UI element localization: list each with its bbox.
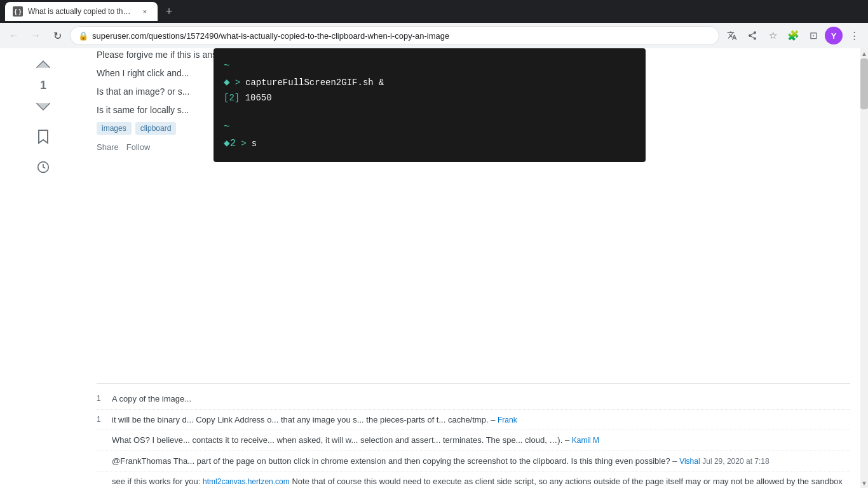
comment-1: 1 A copy of the image... [97,389,850,410]
terminal-arrow-1: > [235,76,240,90]
scroll-arrow-down[interactable]: ▼ [860,478,868,488]
bookmark-button[interactable]: ☆ [764,27,782,44]
terminal-tilde-1: ~ [224,58,635,75]
tab-title: What is actually copied to the c... [28,7,135,16]
comment-3-text: What OS? I believe... contacts it to rec… [112,434,850,447]
right-scrollbar[interactable]: ▲ ▼ [860,48,868,488]
main-content: Please forgive me if this is answered so… [86,48,860,488]
comment-5-text: see if this works for you: html2canvas.h… [112,475,850,488]
nav-actions: ☆ 🧩 ⊡ Y ⋮ [723,27,863,44]
tab-close-button[interactable]: × [140,6,150,17]
terminal-prompt-1: ◆ > captureFullScreen2GIF.sh & [224,75,635,92]
lock-icon: 🔒 [78,31,88,41]
terminal-tilde-2: ~ [224,119,635,136]
terminal-bracket: [2] [224,93,240,103]
comment-2-author[interactable]: Frank [498,416,517,424]
back-button[interactable]: ← [5,27,23,44]
page-content: 1 Please forgive me if this is answ [0,48,868,488]
terminal-pid: 10650 [245,93,272,103]
comment-5-link[interactable]: html2canvas.hertzen.com [203,477,290,486]
comment-4: @FrankThomas Tha... part of the page on … [97,451,850,472]
terminal-diamond-1: ◆ [224,75,230,92]
url-text: superuser.com/questions/1572490/what-is-… [92,31,711,41]
terminal-content: ~ ◆ > captureFullScreen2GIF.sh & [2] 106… [214,48,646,162]
comment-4-vote[interactable] [97,455,107,468]
terminal-output-1: [2] 10650 [224,91,635,105]
browser-titlebar: { } What is actually copied to the c... … [0,0,868,23]
comment-3-vote[interactable] [97,434,107,447]
share-browser-button[interactable] [743,27,761,44]
vote-down-button[interactable] [32,95,55,118]
browser-nav: ← → ↻ 🔒 superuser.com/questions/1572490/… [0,23,868,48]
bookmark-post-button[interactable] [32,125,55,148]
comments-section: 1 A copy of the image... 1 it will be th… [97,383,850,488]
translate-button[interactable] [723,27,741,44]
comment-4-timestamp: Jul 29, 2020 at 7:18 [702,457,769,466]
terminal-diamond-2: ◆2 [224,136,236,152]
scroll-arrow-up[interactable]: ▲ [860,48,868,58]
comment-1-text: A copy of the image... [112,393,850,405]
terminal-prompt-2: ◆2 > s [224,136,635,152]
terminal-spacer [97,159,850,376]
comment-4-author[interactable]: Vishal [679,457,700,466]
tab-bar: { } What is actually copied to the c... … [5,2,863,21]
active-tab[interactable]: { } What is actually copied to the c... … [5,2,158,21]
terminal-arrow-2: > [241,137,246,151]
forward-button[interactable]: → [27,27,44,44]
comment-1-vote[interactable]: 1 [97,393,107,405]
terminal-command-1: captureFullScreen2GIF.sh & [245,76,384,90]
left-sidebar: 1 [0,48,86,488]
address-bar[interactable]: 🔒 superuser.com/questions/1572490/what-i… [70,26,719,45]
comment-3-author[interactable]: Kamil M [572,436,599,445]
tab-favicon: { } [13,6,23,17]
terminal-command-2: s [252,137,257,151]
comment-3: What OS? I believe... contacts it to rec… [97,430,850,451]
vote-controls: 1 [32,53,55,179]
new-tab-button[interactable]: + [160,3,178,20]
vote-count: 1 [40,79,46,92]
vote-up-button[interactable] [32,53,55,76]
comment-5-vote[interactable] [97,475,107,488]
scroll-thumb[interactable] [860,58,868,109]
tag-clipboard[interactable]: clipboard [135,122,177,135]
extensions-button[interactable]: 🧩 [784,27,802,44]
menu-button[interactable]: ⋮ [845,27,863,44]
comment-2-text: it will be the binary d... Copy Link Add… [112,414,850,426]
terminal-overlay: ~ ◆ > captureFullScreen2GIF.sh & [2] 106… [214,48,646,162]
comment-2-vote[interactable]: 1 [97,414,107,426]
comment-4-text: @FrankThomas Tha... part of the page on … [112,455,850,468]
tag-images[interactable]: images [97,122,132,135]
comment-2: 1 it will be the binary d... Copy Link A… [97,410,850,431]
share-link[interactable]: Share [97,142,119,152]
post-history-button[interactable] [32,156,55,179]
follow-link[interactable]: Follow [126,142,151,152]
profile-button[interactable]: Y [825,27,843,44]
comment-5: see if this works for you: html2canvas.h… [97,471,850,488]
layout-button[interactable]: ⊡ [804,27,822,44]
reload-button[interactable]: ↻ [48,27,66,44]
